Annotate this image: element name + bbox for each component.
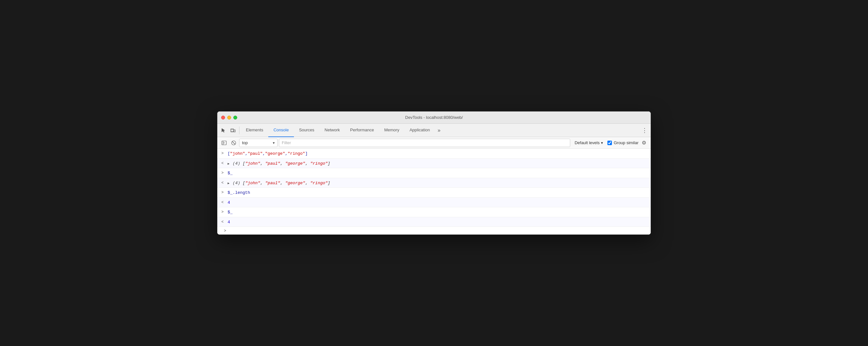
output-arrow: < bbox=[217, 180, 227, 186]
expand-triangle-icon: ▶ bbox=[227, 181, 229, 186]
console-toolbar: top ▾ Default levels ▾ Group similar ⚙ bbox=[217, 137, 651, 149]
show-console-sidebar-button[interactable] bbox=[220, 139, 228, 147]
console-row: < ▶ (4) ["john", "paul", "george", "ring… bbox=[217, 178, 651, 188]
gear-icon: ⚙ bbox=[642, 140, 646, 146]
console-row-content: $_.length bbox=[227, 189, 648, 196]
console-row-content: $_ bbox=[227, 169, 648, 177]
input-arrow: > bbox=[217, 189, 227, 195]
tab-elements[interactable]: Elements bbox=[241, 124, 268, 137]
tab-application[interactable]: Application bbox=[404, 124, 435, 137]
console-row: > $_.length bbox=[217, 188, 651, 198]
levels-chevron-icon: ▾ bbox=[601, 140, 603, 145]
console-row-content: 4 bbox=[227, 199, 648, 206]
tab-console[interactable]: Console bbox=[268, 124, 294, 137]
active-input-arrow: > bbox=[220, 228, 230, 233]
input-arrow: > bbox=[217, 209, 227, 215]
output-arrow: < bbox=[217, 160, 227, 166]
svg-line-8 bbox=[232, 141, 235, 144]
more-tabs-button[interactable]: » bbox=[435, 124, 443, 137]
customize-devtools-button[interactable]: ⋮ bbox=[640, 126, 649, 135]
console-row-content: ▶ (4) ["john", "paul", "george", "ringo"… bbox=[227, 160, 648, 167]
console-row-content: 4 bbox=[227, 219, 648, 225]
tab-performance[interactable]: Performance bbox=[345, 124, 379, 137]
console-settings-button[interactable]: ⚙ bbox=[640, 139, 648, 147]
expand-array-button[interactable]: ▶ bbox=[227, 181, 229, 186]
log-levels-button[interactable]: Default levels ▾ bbox=[571, 139, 606, 147]
tab-network[interactable]: Network bbox=[319, 124, 345, 137]
input-arrow: > bbox=[217, 150, 227, 156]
svg-marker-6 bbox=[224, 142, 225, 144]
expand-triangle-icon: ▶ bbox=[227, 161, 229, 166]
expand-array-button[interactable]: ▶ bbox=[227, 161, 229, 166]
output-arrow: < bbox=[217, 219, 227, 225]
console-row-content: ▶ (4) ["john", "paul", "george", "ringo"… bbox=[227, 180, 648, 186]
group-similar-label[interactable]: Group similar bbox=[608, 140, 639, 145]
cursor-icon-button[interactable] bbox=[219, 126, 228, 135]
tab-memory[interactable]: Memory bbox=[379, 124, 404, 137]
svg-rect-1 bbox=[234, 130, 235, 132]
input-arrow: > bbox=[217, 169, 227, 176]
clear-console-button[interactable] bbox=[229, 139, 238, 147]
close-button[interactable] bbox=[221, 116, 225, 120]
console-output: > ["john","paul","george","ringo"] < ▶ (… bbox=[217, 149, 651, 234]
context-selector[interactable]: top ▾ bbox=[239, 139, 278, 147]
tab-sources[interactable]: Sources bbox=[294, 124, 319, 137]
console-row-content: $_ bbox=[227, 209, 648, 216]
maximize-button[interactable] bbox=[234, 116, 237, 120]
tab-list: Elements Console Sources Network Perform… bbox=[241, 124, 640, 137]
kebab-icon: ⋮ bbox=[642, 127, 648, 134]
console-row: > $_ bbox=[217, 168, 651, 178]
console-row: > $_ bbox=[217, 207, 651, 217]
group-similar-text: Group similar bbox=[614, 140, 639, 145]
console-row: < 4 bbox=[217, 198, 651, 208]
context-selector-value: top bbox=[242, 140, 271, 145]
main-toolbar: Elements Console Sources Network Perform… bbox=[217, 124, 651, 137]
levels-label: Default levels bbox=[575, 140, 600, 145]
console-row: < 4 bbox=[217, 217, 651, 227]
toolbar-separator bbox=[239, 127, 240, 134]
console-input-row: > bbox=[217, 227, 651, 234]
console-row: > ["john","paul","george","ringo"] bbox=[217, 149, 651, 159]
traffic-lights bbox=[221, 116, 237, 120]
console-row-content: ["john","paul","george","ringo"] bbox=[227, 150, 648, 157]
console-row: < ▶ (4) ["john", "paul", "george", "ring… bbox=[217, 159, 651, 168]
window-title: DevTools - localhost:8080/web/ bbox=[405, 115, 463, 120]
minimize-button[interactable] bbox=[227, 116, 231, 120]
device-mode-button[interactable] bbox=[228, 126, 238, 135]
console-input[interactable] bbox=[230, 228, 648, 233]
toolbar-right: ⋮ bbox=[640, 126, 649, 135]
output-arrow: < bbox=[217, 199, 227, 206]
title-bar: DevTools - localhost:8080/web/ bbox=[217, 112, 651, 124]
filter-input[interactable] bbox=[279, 139, 570, 147]
group-similar-checkbox[interactable] bbox=[608, 140, 612, 145]
chevron-down-icon: ▾ bbox=[273, 140, 275, 145]
